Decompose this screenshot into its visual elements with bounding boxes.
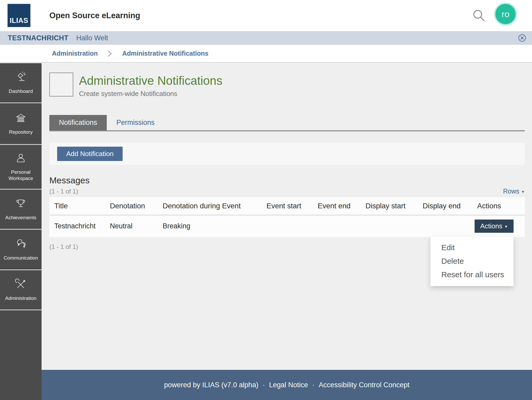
tab-bar: Notifications Permissions	[49, 115, 525, 131]
trophy-icon	[15, 198, 27, 211]
person-icon	[15, 152, 27, 166]
powered-by-text: powered by ILIAS (v7.0 alpha)	[164, 381, 258, 389]
sidebar-item-label: Communication	[4, 255, 38, 261]
table-row: Testnachricht Neutral Breaking Actions ▼	[49, 215, 525, 237]
sidebar-item-achievements[interactable]: Achievements	[0, 190, 42, 230]
ilias-logo-text: ILIAS	[10, 17, 28, 25]
ilias-logo[interactable]: ILIAS	[8, 4, 30, 27]
rows-dropdown-label: Rows	[503, 188, 520, 195]
rows-dropdown[interactable]: Rows ▼	[503, 188, 525, 195]
sidebar-item-label: Dashboard	[9, 88, 33, 94]
footer-separator: ·	[263, 381, 265, 389]
tools-icon	[15, 279, 27, 292]
column-header-denotation-during-event: Denotation during Event	[158, 197, 262, 215]
sidebar-item-label: Personal Workspace	[2, 169, 40, 182]
column-header-denotation: Denotation	[105, 197, 158, 215]
banner-title: TESTNACHRICHT	[8, 34, 68, 42]
sidebar-item-personal-workspace[interactable]: Personal Workspace	[0, 145, 42, 190]
tab-permissions[interactable]: Permissions	[107, 115, 164, 130]
sidebar-item-communication[interactable]: Communication	[0, 230, 42, 270]
accessibility-control-concept-link[interactable]: Accessibility Control Concept	[319, 381, 410, 389]
banner-message: Hallo Welt	[76, 34, 108, 42]
sidebar-item-repository[interactable]: Repository	[0, 103, 42, 145]
table-header-row: Title Denotation Denotation during Event…	[49, 197, 525, 215]
sidebar-item-label: Administration	[5, 295, 36, 301]
cell-title: Testnachricht	[49, 215, 105, 237]
column-header-event-start: Event start	[262, 197, 313, 215]
chevron-down-icon: ▼	[504, 224, 508, 229]
column-header-actions: Actions	[472, 197, 525, 215]
sidebar-item-dashboard[interactable]: Dashboard	[0, 63, 42, 103]
sidebar-item-label-text: Repository	[9, 129, 33, 135]
avatar-initials: ro	[502, 9, 509, 19]
page-title-section: Administrative Notifications Create syst…	[49, 73, 525, 98]
column-header-event-end: Event end	[313, 197, 361, 215]
app-title: Open Source eLearning	[49, 0, 140, 31]
messages-table: Title Denotation Denotation during Event…	[49, 197, 525, 237]
bank-building-icon	[15, 112, 27, 126]
cell-denotation-during-event: Breaking	[158, 215, 262, 237]
messages-heading: Messages	[49, 175, 525, 185]
column-header-display-end: Display end	[418, 197, 472, 215]
cell-actions: Actions ▼	[472, 215, 525, 237]
cell-denotation: Neutral	[105, 215, 158, 237]
tab-notifications[interactable]: Notifications	[49, 115, 107, 130]
add-notification-button[interactable]: Add Notification	[57, 147, 123, 161]
range-label-top: (1 - 1 of 1)	[49, 188, 78, 195]
page-footer: powered by ILIAS (v7.0 alpha) · Legal No…	[42, 370, 532, 400]
breadcrumb: Administration Administrative Notificati…	[0, 45, 532, 63]
breadcrumb-administration[interactable]: Administration	[52, 50, 98, 57]
sidebar-item-label: Achievements	[5, 215, 36, 221]
cell-event-end	[313, 215, 361, 237]
sidebar-item-administration[interactable]: Administration	[0, 270, 42, 310]
main-content: Administrative Notifications Create syst…	[42, 63, 532, 370]
messages-table-wrap: Title Denotation Denotation during Event…	[49, 197, 525, 237]
menu-item-edit[interactable]: Edit	[430, 241, 514, 254]
breadcrumb-administrative-notifications[interactable]: Administrative Notifications	[122, 50, 208, 57]
menu-item-reset-for-all-users[interactable]: Reset for all users	[430, 268, 514, 281]
chevron-down-icon: ▼	[521, 190, 525, 194]
cell-event-start	[262, 215, 313, 237]
column-header-title: Title	[49, 197, 105, 215]
page-title: Administrative Notifications	[79, 73, 222, 88]
toolbar: Add Notification	[49, 143, 525, 165]
desk-lamp-icon	[15, 72, 27, 85]
menu-item-delete[interactable]: Delete	[430, 254, 514, 268]
top-header: ILIAS Open Source eLearning ro	[0, 0, 532, 31]
notification-banner: TESTNACHRICHT Hallo Welt	[0, 31, 532, 45]
page: ILIAS Open Source eLearning ro TESTNACHR…	[0, 0, 532, 400]
object-icon-placeholder	[49, 73, 73, 96]
speech-bubbles-icon	[15, 238, 27, 252]
actions-dropdown-menu: Edit Delete Reset for all users	[430, 237, 514, 286]
main-sidebar: Dashboard Repository	[0, 63, 42, 400]
search-icon[interactable]	[472, 9, 486, 22]
chevron-right-icon	[108, 50, 112, 57]
avatar[interactable]: ro	[494, 3, 517, 25]
legal-notice-link[interactable]: Legal Notice	[269, 381, 308, 389]
column-header-display-start: Display start	[361, 197, 418, 215]
row-actions-button-label: Actions	[480, 222, 502, 230]
footer-separator: ·	[312, 381, 315, 389]
page-subtitle: Create system-wide Notifications	[79, 90, 222, 98]
row-actions-button[interactable]: Actions ▼	[475, 220, 514, 233]
cell-display-start	[361, 215, 418, 237]
cell-display-end	[418, 215, 472, 237]
close-icon[interactable]	[518, 34, 526, 42]
